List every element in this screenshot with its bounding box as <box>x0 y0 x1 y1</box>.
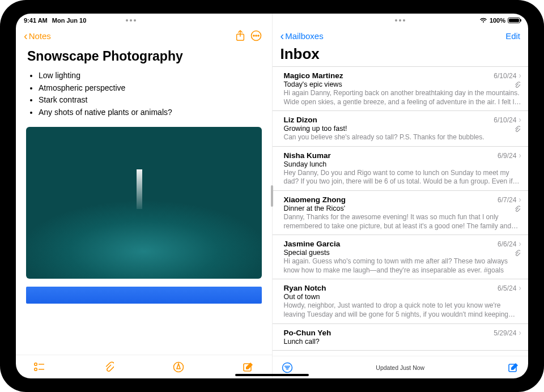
mail-nav-bar: ‹ Mailboxes Edit <box>273 26 529 45</box>
updated-label: Updated Just Now <box>273 364 529 371</box>
notes-bottom-toolbar <box>16 355 272 378</box>
paperclip-icon <box>514 250 520 257</box>
mail-subject: Lunch call? <box>284 338 522 346</box>
mail-sender: Ryan Notch <box>284 284 498 292</box>
mail-date: 6/6/24 <box>498 240 516 248</box>
attachment-button[interactable] <box>100 361 117 373</box>
ellipsis-circle-icon <box>250 30 262 41</box>
ipad-device-frame: 9:41 AM Mon Jun 10 ‹ Notes <box>0 0 544 392</box>
share-icon <box>235 30 245 41</box>
multitask-dots-icon[interactable] <box>360 19 440 22</box>
mail-item[interactable]: Magico Martinez 6/10/24 › Today's epic v… <box>273 66 529 111</box>
compose-note-button[interactable] <box>240 361 257 373</box>
mail-subject: Sunday lunch <box>284 160 522 168</box>
svg-point-5 <box>35 363 37 365</box>
chevron-right-icon: › <box>518 151 521 160</box>
inbox-title: Inbox <box>273 45 529 66</box>
svg-point-7 <box>35 368 37 370</box>
note-bullet-list: Low lightingAtmospheric perspectiveStark… <box>26 70 262 119</box>
mail-date: 5/29/24 <box>494 329 516 337</box>
share-button[interactable] <box>232 30 248 41</box>
mail-date: 6/10/24 <box>494 72 516 80</box>
mail-sender: Xiaomeng Zhong <box>284 195 498 204</box>
note-bullet: Atmospheric perspective <box>39 82 262 95</box>
more-button[interactable] <box>248 30 264 41</box>
mail-subject: Out of town <box>284 293 522 301</box>
svg-point-2 <box>253 35 254 36</box>
battery-percent: 100% <box>490 17 505 24</box>
mail-date: 6/7/24 <box>498 196 516 204</box>
mail-item[interactable]: Xiaomeng Zhong 6/7/24 › Dinner at the Ri… <box>273 191 529 235</box>
notes-app-pane: 9:41 AM Mon Jun 10 ‹ Notes <box>16 14 273 378</box>
svg-point-4 <box>258 35 259 36</box>
mail-sender: Nisha Kumar <box>284 151 498 160</box>
mail-subject: Dinner at the Ricos' <box>284 204 522 212</box>
markup-button[interactable] <box>170 361 187 373</box>
notes-nav-bar: ‹ Notes <box>16 26 272 45</box>
mail-message-list[interactable]: Magico Martinez 6/10/24 › Today's epic v… <box>273 66 529 356</box>
status-bar-left: 9:41 AM Mon Jun 10 <box>16 14 272 26</box>
chevron-right-icon: › <box>518 283 521 292</box>
svg-point-3 <box>256 35 257 36</box>
paperclip-icon <box>514 206 520 212</box>
note-bullet: Stark contrast <box>39 94 262 106</box>
paperclip-icon <box>514 126 520 133</box>
edit-button[interactable]: Edit <box>505 31 520 41</box>
mail-sender: Liz Dizon <box>284 116 494 124</box>
mail-app-pane: 100% ‹ Mailboxes Edit Inbox Magico Marti… <box>273 14 529 378</box>
note-content-area[interactable]: Snowscape Photography Low lightingAtmosp… <box>16 45 272 355</box>
mail-date: 6/9/24 <box>498 152 516 160</box>
mail-item[interactable]: Po-Chun Yeh 5/29/24 › Lunch call? <box>273 324 529 351</box>
paperclip-icon <box>104 361 114 373</box>
mail-subject: Special guests <box>284 249 522 257</box>
mail-item[interactable]: Jasmine Garcia 6/6/24 › Special guests H… <box>273 235 529 279</box>
mail-date: 6/10/24 <box>494 116 516 124</box>
multitask-dots-icon[interactable] <box>86 19 175 22</box>
chevron-left-icon: ‹ <box>280 30 284 41</box>
wifi-icon <box>479 18 487 23</box>
chevron-right-icon: › <box>518 328 521 337</box>
note-image-secondary[interactable] <box>26 287 262 304</box>
note-title: Snowscape Photography <box>27 49 262 64</box>
mail-preview: Can you believe she's already so tall? P… <box>284 133 522 142</box>
chevron-right-icon: › <box>518 195 521 204</box>
chevron-left-icon: ‹ <box>24 30 28 41</box>
mail-preview: Danny, Thanks for the awesome evening! I… <box>284 213 522 231</box>
mail-preview: Hey Danny, Do you and Rigo want to come … <box>284 169 522 186</box>
note-bullet: Any shots of native plants or animals? <box>39 106 262 119</box>
notes-back-label: Notes <box>29 31 51 41</box>
status-bar-right: 100% <box>273 14 529 26</box>
screen: 9:41 AM Mon Jun 10 ‹ Notes <box>16 14 528 378</box>
checklist-button[interactable] <box>31 362 48 372</box>
square-pencil-icon <box>243 361 254 373</box>
note-bullet: Low lighting <box>39 70 262 82</box>
status-time: 9:41 AM <box>24 17 48 24</box>
paperclip-icon <box>514 82 520 88</box>
mail-item[interactable]: Nisha Kumar 6/9/24 › Sunday lunch Hey Da… <box>273 147 529 191</box>
mail-preview: Howdy, neighbor, Just wanted to drop a q… <box>284 301 522 319</box>
mailboxes-back-label: Mailboxes <box>285 31 324 41</box>
mail-item[interactable]: Liz Dizon 6/10/24 › Growing up too fast!… <box>273 111 529 147</box>
mail-bottom-toolbar: Updated Just Now <box>273 356 529 378</box>
mail-item[interactable]: Ryan Notch 6/5/24 › Out of town Howdy, n… <box>273 279 529 323</box>
mail-subject: Today's epic views <box>284 80 522 88</box>
chevron-right-icon: › <box>518 239 521 248</box>
mail-sender: Magico Martinez <box>284 71 494 80</box>
split-view-handle[interactable] <box>271 185 273 207</box>
mailboxes-back-button[interactable]: ‹ Mailboxes <box>280 30 324 41</box>
chevron-right-icon: › <box>518 71 521 80</box>
home-indicator[interactable] <box>235 374 309 376</box>
pencil-tip-icon <box>173 361 184 373</box>
chevron-right-icon: › <box>518 115 521 124</box>
mail-preview: Hi again. Guess who's coming to town wit… <box>284 257 522 275</box>
status-date: Mon Jun 10 <box>52 17 87 24</box>
mail-preview: Hi again Danny, Reporting back on anothe… <box>284 89 522 106</box>
mail-sender: Jasmine Garcia <box>284 240 498 248</box>
battery-icon <box>508 18 520 23</box>
checklist-icon <box>33 362 45 372</box>
notes-back-button[interactable]: ‹ Notes <box>24 30 51 41</box>
note-image[interactable] <box>26 127 262 279</box>
mail-date: 6/5/24 <box>498 284 516 292</box>
mail-sender: Po-Chun Yeh <box>284 329 494 337</box>
mail-subject: Growing up too fast! <box>284 125 522 133</box>
